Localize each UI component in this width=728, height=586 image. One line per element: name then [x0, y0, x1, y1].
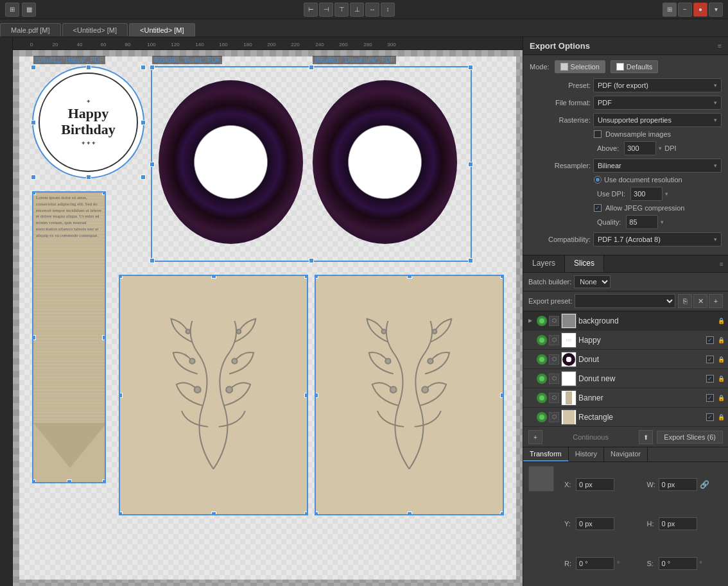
r2-handle-bc[interactable] [407, 512, 412, 515]
mode-selection-btn[interactable]: Selection [555, 60, 605, 73]
handle-tc[interactable] [86, 65, 91, 70]
layer-vis-rect[interactable] [537, 412, 547, 422]
r2-handle-tc[interactable] [407, 275, 412, 279]
dg-handle-tl[interactable] [150, 65, 155, 70]
resampler-select[interactable]: Bilinear ▾ [593, 159, 722, 173]
spacing-icon[interactable]: ↔ [365, 3, 379, 17]
layer-row-happy[interactable]: ⬡ HB Happy 🔒 [523, 331, 728, 350]
layer-row-donut-new[interactable]: ⬡ Donut new 🔒 [523, 369, 728, 388]
tab-untitled2[interactable]: <Untitled> [M] [129, 23, 195, 37]
layer-expand-bg[interactable]: ▶ [526, 316, 535, 325]
tf-link-wh[interactable]: 🔗 [700, 480, 709, 489]
minus-icon[interactable]: − [678, 3, 692, 17]
tab-male[interactable]: Male.pdf [M] [0, 23, 61, 37]
view-grid-icon[interactable]: ⊞ [663, 3, 677, 17]
dg-handle-br[interactable] [468, 258, 473, 263]
above-arrow[interactable]: ▾ [659, 145, 662, 151]
b-handle-bl[interactable] [32, 479, 36, 483]
align-right-icon[interactable]: ⊤ [334, 3, 349, 17]
r1-handle-tl[interactable] [119, 275, 123, 279]
b-handle-mr[interactable] [102, 335, 106, 340]
layer-lock-donut-new[interactable]: 🔒 [716, 374, 725, 383]
use-doc-res-radio[interactable] [594, 176, 602, 184]
ep-copy-btn[interactable]: ⎘ [678, 294, 692, 308]
b-handle-bc[interactable] [67, 479, 72, 483]
r2-handle-bl[interactable] [315, 512, 318, 515]
layer-export-happy[interactable]: ⬡ [549, 335, 559, 345]
use-dpi-arrow[interactable]: ▾ [665, 191, 668, 197]
r1-handle-ml[interactable] [119, 393, 123, 398]
layer-export-donut-new[interactable]: ⬡ [549, 374, 559, 384]
layer-vis-banner[interactable] [537, 393, 547, 403]
compat-select[interactable]: PDF 1.7 (Acrobat 8) ▾ [593, 232, 722, 246]
batch-select[interactable]: None [574, 275, 611, 288]
tab-navigator[interactable]: Navigator [604, 447, 648, 461]
handle-ml[interactable] [31, 120, 36, 125]
dg-handle-tr[interactable] [468, 65, 473, 70]
layer-expand-happy[interactable] [526, 336, 535, 345]
r2-handle-tr[interactable] [500, 275, 504, 279]
donut-group[interactable]: 895x880, "Donut", PDF 895x881, "Donut ne… [151, 66, 472, 262]
handle-bc[interactable] [86, 175, 91, 180]
above-input[interactable] [624, 141, 656, 155]
spacing2-icon[interactable]: ↕ [381, 3, 395, 17]
rect2-item[interactable]: 1278x1653, "Rectangle new", PDF [315, 275, 504, 515]
layer-export-rect[interactable]: ⬡ [549, 412, 559, 422]
mode-defaults-btn[interactable]: Defaults [611, 60, 658, 73]
layer-export-bg[interactable]: ⬡ [549, 316, 559, 326]
layer-vis-bg[interactable] [537, 316, 547, 326]
layer-row-donut[interactable]: ⬡ Donut 🔒 [523, 350, 728, 369]
tf-s-input[interactable] [659, 557, 697, 570]
layer-row-banner[interactable]: ⬡ Banner 🔒 [523, 388, 728, 408]
layer-expand-rect[interactable] [526, 413, 535, 422]
tf-w-input[interactable] [659, 478, 697, 491]
layers-panel-menu[interactable]: ≡ [715, 255, 728, 272]
rasterise-select[interactable]: Unsupported properties ▾ [593, 113, 722, 127]
r1-handle-mr[interactable] [304, 393, 308, 398]
layer-check-happy[interactable] [706, 336, 715, 345]
export-upload-btn[interactable]: ⬆ [639, 430, 653, 444]
layer-row-background[interactable]: ▶ ⬡ background 🔒 [523, 311, 728, 331]
b-handle-tl[interactable] [32, 191, 36, 195]
quality-arrow[interactable]: ▾ [661, 219, 664, 225]
dg-handle-bl[interactable] [150, 258, 155, 263]
layer-vis-donut-new[interactable] [537, 374, 547, 384]
ep-add-btn[interactable]: + [709, 294, 723, 308]
grid-icon[interactable]: ⊞ [5, 3, 19, 17]
layer-lock-bg[interactable]: 🔒 [716, 316, 725, 325]
use-dpi-input[interactable] [630, 187, 663, 201]
export-preset-select[interactable] [575, 294, 675, 308]
handle-tr[interactable] [141, 65, 146, 70]
layer-vis-donut[interactable] [537, 354, 547, 365]
tab-layers[interactable]: Layers [523, 255, 565, 272]
layer-check-banner[interactable] [706, 393, 715, 402]
handle-tl[interactable] [31, 65, 36, 70]
b-handle-br[interactable] [102, 479, 106, 483]
layer-expand-banner[interactable] [526, 393, 535, 402]
b-handle-ml[interactable] [32, 335, 36, 340]
layer-export-banner[interactable]: ⬡ [549, 393, 559, 403]
tf-h-input[interactable] [659, 517, 697, 530]
layer-check-donut[interactable] [706, 355, 715, 364]
jpeg-checkbox[interactable] [594, 204, 602, 212]
r1-handle-br[interactable] [304, 512, 308, 515]
file-format-select[interactable]: PDF ▾ [593, 96, 722, 110]
new-layer-btn[interactable]: + [528, 430, 542, 444]
handle-bl[interactable] [31, 175, 36, 180]
red-icon[interactable]: ● [693, 3, 707, 17]
tab-transform[interactable]: Transform [523, 447, 569, 461]
handle-mr[interactable] [141, 120, 146, 125]
tab-slices[interactable]: Slices [565, 255, 604, 272]
happy-item[interactable]: 809x812, "Happy", PDF ✦ HappyBirthday ✦✦… [32, 66, 144, 178]
r2-handle-mr[interactable] [500, 393, 504, 398]
tf-y-input[interactable] [576, 517, 614, 530]
distribute-icon[interactable]: ⊥ [350, 3, 364, 17]
banner-item[interactable]: 457x1550, "Bann... Lorem ipsum dolor sit… [32, 191, 106, 483]
tab-history[interactable]: History [569, 447, 604, 461]
layer-check-rect[interactable] [706, 413, 715, 422]
r2-handle-br[interactable] [500, 512, 504, 515]
layer-lock-donut[interactable]: 🔒 [716, 355, 725, 364]
layer-vis-happy[interactable] [537, 335, 547, 345]
layer-lock-rect[interactable]: 🔒 [716, 413, 725, 422]
dropdown-icon[interactable]: ▾ [709, 3, 723, 17]
